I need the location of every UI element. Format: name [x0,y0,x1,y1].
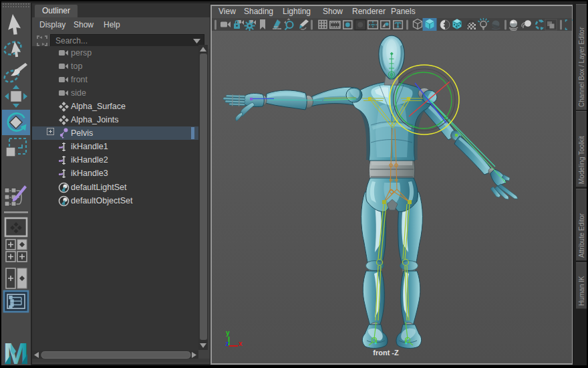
svg-text:x: x [239,340,243,347]
svg-text:y: y [226,329,230,337]
svg-text:z: z [226,340,229,347]
